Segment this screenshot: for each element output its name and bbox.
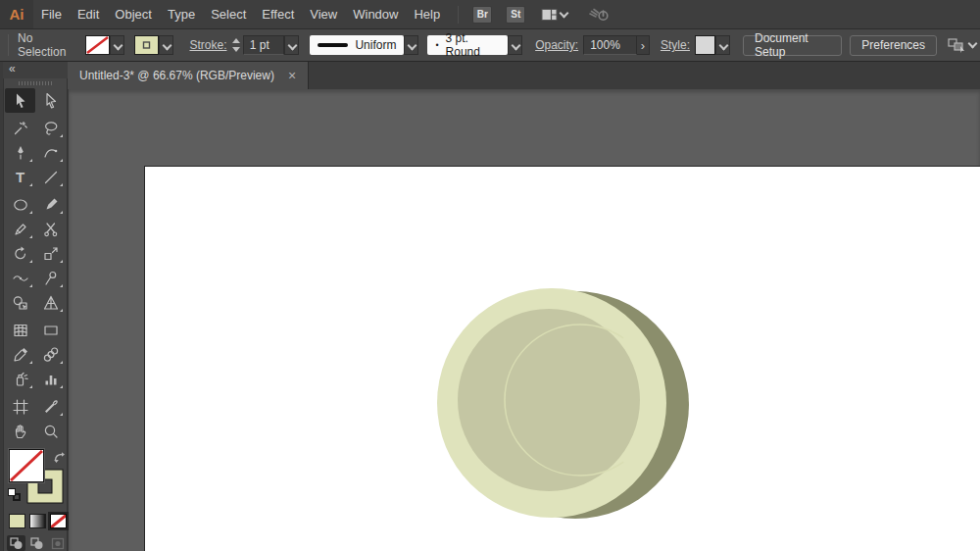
stroke-weight-field[interactable]: 1 pt	[243, 35, 285, 55]
swap-fill-stroke-icon[interactable]	[53, 451, 66, 464]
panel-options-control[interactable]	[947, 37, 980, 54]
line-segment-tool[interactable]	[35, 165, 66, 189]
paintbrush-tool[interactable]	[35, 192, 66, 217]
menu-edit[interactable]: Edit	[70, 0, 107, 28]
rotate-tool[interactable]	[5, 241, 35, 266]
chevron-down-icon[interactable]	[159, 35, 173, 55]
gradient-tool[interactable]	[35, 318, 66, 342]
type-tool[interactable]: T	[5, 165, 35, 189]
eyedropper-tool[interactable]	[5, 342, 35, 367]
draw-behind-button[interactable]	[27, 535, 46, 551]
uniform-stroke-line	[318, 43, 348, 47]
opacity-field[interactable]: 100%	[583, 35, 637, 55]
cs-live-button[interactable]	[587, 7, 612, 23]
tools-panel: T	[3, 78, 68, 551]
menu-view[interactable]: View	[302, 0, 345, 28]
color-button[interactable]	[9, 514, 25, 528]
step-down-icon[interactable]	[232, 47, 240, 52]
style-panel-link[interactable]: Style:	[661, 38, 690, 52]
stock-photos-button[interactable]: St	[506, 6, 525, 24]
fill-stroke-proxy	[4, 449, 67, 512]
zoom-tool[interactable]	[35, 419, 66, 443]
menu-help[interactable]: Help	[406, 0, 448, 28]
selection-status: No Selection	[18, 31, 83, 59]
coin-face-circle[interactable]	[458, 309, 640, 491]
width-profile-name: Uniform	[355, 38, 396, 52]
fill-proxy-swatch-none[interactable]	[9, 449, 44, 482]
menu-bar: Ai File Edit Object Type Select Effect V…	[0, 0, 980, 29]
selection-tool[interactable]	[5, 88, 35, 113]
curvature-tool[interactable]	[35, 140, 66, 165]
document-tab-bar: Untitled-3* @ 66.67% (RGB/Preview) ×	[0, 62, 980, 89]
width-tool[interactable]	[5, 266, 35, 290]
blend-tool[interactable]	[35, 342, 66, 367]
toolbar-grip[interactable]	[4, 78, 67, 88]
none-button[interactable]	[50, 514, 67, 528]
shape-builder-tool[interactable]	[5, 290, 35, 315]
brush-dot: •	[435, 40, 438, 50]
ellipse-tool[interactable]	[5, 192, 35, 217]
cs-live-icon	[587, 7, 612, 23]
direct-selection-tool[interactable]	[35, 88, 66, 113]
brush-definition-preview[interactable]: • 3 pt. Round	[427, 35, 508, 55]
chevron-down-icon[interactable]	[110, 35, 124, 55]
workarea	[0, 89, 980, 551]
document-tab[interactable]: Untitled-3* @ 66.67% (RGB/Preview) ×	[67, 62, 309, 89]
chevron-down-icon[interactable]	[404, 35, 418, 55]
paint-mode-buttons	[4, 514, 67, 528]
menu-object[interactable]: Object	[107, 0, 160, 28]
drawing-mode-buttons	[4, 535, 67, 551]
draw-inside-button[interactable]	[48, 535, 67, 551]
step-up-icon[interactable]	[232, 38, 240, 43]
brush-name: 3 pt. Round	[446, 31, 501, 59]
hand-tool[interactable]	[5, 419, 35, 443]
pen-tool[interactable]	[5, 140, 35, 165]
column-graph-tool[interactable]	[35, 367, 66, 391]
document-setup-button[interactable]: Document Setup	[743, 35, 842, 56]
coin-artwork	[69, 89, 980, 551]
none-fill-slash	[11, 451, 42, 480]
width-profile-preview[interactable]: Uniform	[310, 35, 404, 55]
style-swatch[interactable]	[695, 35, 715, 55]
opacity-arrow-button[interactable]: ›	[637, 35, 650, 55]
symbol-sprayer-tool[interactable]	[5, 367, 35, 391]
stroke-color-chip	[135, 36, 158, 54]
magic-wand-tool[interactable]	[5, 116, 35, 140]
draw-normal-button[interactable]	[7, 535, 25, 551]
close-tab-icon[interactable]: ×	[288, 69, 296, 82]
chevron-down-icon[interactable]	[284, 35, 299, 55]
chevron-down-icon[interactable]	[508, 35, 522, 55]
scale-tool[interactable]	[35, 241, 66, 266]
stroke-color-control[interactable]	[134, 35, 173, 55]
pencil-tool[interactable]	[5, 217, 35, 241]
free-transform-tool[interactable]	[35, 266, 66, 290]
menu-select[interactable]: Select	[203, 0, 254, 28]
preferences-button[interactable]: Preferences	[850, 35, 937, 56]
slice-tool[interactable]	[35, 394, 66, 419]
document-title: Untitled-3* @ 66.67% (RGB/Preview)	[79, 69, 274, 82]
menu-effect[interactable]: Effect	[254, 0, 302, 28]
default-fill-stroke-icon[interactable]	[8, 488, 22, 502]
artboard-tool[interactable]	[5, 394, 35, 419]
menu-window[interactable]: Window	[345, 0, 406, 28]
workspace-switcher[interactable]	[541, 8, 571, 22]
none-fill-slash	[87, 37, 108, 53]
mesh-tool[interactable]	[5, 318, 35, 342]
stroke-swatch[interactable]	[134, 35, 159, 55]
stroke-panel-link[interactable]: Stroke:	[189, 38, 226, 52]
opacity-panel-link[interactable]: Opacity:	[535, 38, 578, 52]
bridge-button[interactable]: Br	[472, 6, 492, 24]
fill-swatch-none[interactable]	[85, 35, 110, 55]
gradient-button[interactable]	[29, 514, 46, 528]
chevron-down-icon	[966, 38, 980, 52]
fill-color-control[interactable]	[85, 35, 124, 55]
canvas[interactable]	[69, 89, 980, 551]
scissors-tool[interactable]	[35, 217, 66, 241]
toolbar-collapse-button[interactable]: «	[3, 62, 68, 78]
menu-type[interactable]: Type	[160, 0, 203, 28]
chevron-down-icon[interactable]	[715, 35, 730, 55]
menu-file[interactable]: File	[33, 0, 70, 28]
lasso-tool[interactable]	[35, 116, 66, 140]
stroke-weight-stepper[interactable]	[230, 35, 240, 55]
perspective-grid-tool[interactable]	[35, 290, 66, 315]
